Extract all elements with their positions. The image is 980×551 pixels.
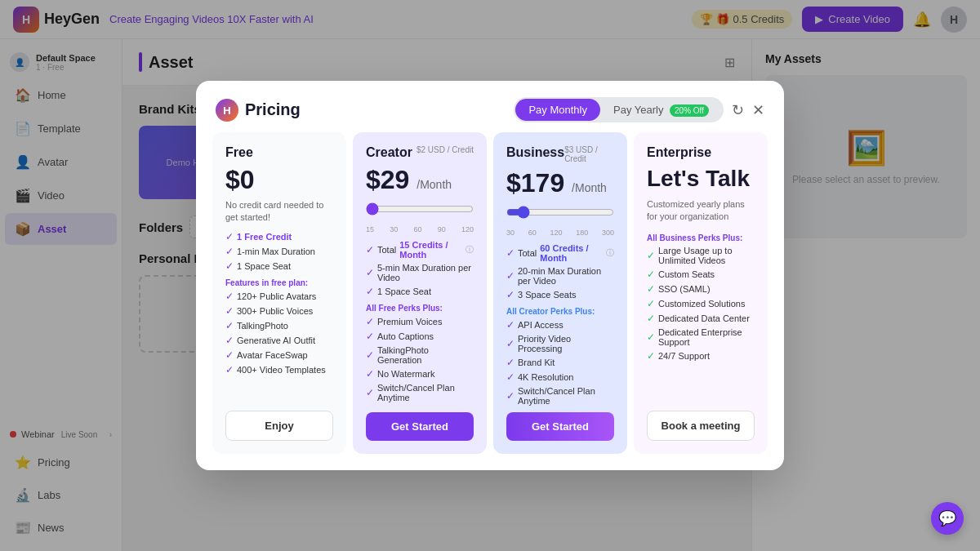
pricing-modal: H Pricing Pay Monthly Pay Yearly 20% Off… (196, 81, 784, 470)
feature-label: Premium Voices (377, 317, 442, 327)
creator-slider-labels: 15306090120 (366, 225, 474, 233)
feature-label: 4K Resolution (518, 372, 574, 382)
plan-enterprise-price: Let's Talk (647, 167, 755, 192)
plan-feature: ✓ Customized Solutions (647, 298, 755, 309)
plan-feature: ✓ API Access (506, 319, 614, 331)
creator-slider[interactable] (366, 202, 474, 216)
feature-label: 1-min Max Duration (237, 247, 315, 256)
business-get-started-button[interactable]: Get Started (506, 412, 614, 441)
plan-creator-price-note: $2 USD / Credit (416, 145, 474, 154)
plan-feature: ✓ 20-min Max Duration per Video (506, 266, 614, 286)
feature-label: 1 Free Credit (237, 232, 292, 242)
plan-feature: ✓ Total 15 Credits / Month ⓘ (366, 240, 474, 260)
modal-logo: H Pricing (216, 99, 301, 122)
plan-feature: ✓ 1 Free Credit (225, 231, 333, 242)
plan-feature: ✓ Auto Captions (366, 331, 474, 342)
plan-feature: ✓ Large Usage up to Unlimited Videos (647, 246, 755, 265)
plan-business: Business $3 USD / Credit $179 /Month 306… (493, 132, 627, 454)
plan-enterprise-features: All Business Perks Plus: ✓ Large Usage u… (647, 230, 755, 404)
plan-free-price: $0 (225, 167, 333, 193)
plan-free: Free $0 No credit card needed to get sta… (212, 132, 346, 454)
modal-title: Pricing (245, 100, 301, 119)
plan-feature: ✓ 4K Resolution (506, 371, 614, 383)
plan-enterprise: Enterprise Let's Talk Customized yearly … (634, 132, 768, 454)
feature-label: Generative AI Outfit (237, 335, 315, 345)
feature-label: Priority Video Processing (518, 334, 614, 353)
plan-feature: ✓ No Watermark (366, 368, 474, 380)
pay-yearly-button[interactable]: Pay Yearly 20% Off (600, 99, 722, 121)
feature-label: 1 Space Seat (237, 261, 291, 271)
feature-highlight: 15 Credits / Month (399, 240, 462, 260)
plan-feature: ✓ TalkingPhoto (225, 320, 333, 331)
pay-monthly-button[interactable]: Pay Monthly (515, 99, 600, 121)
perks-section-label: All Creator Perks Plus: (506, 307, 614, 316)
feature-label: Dedicated Enterprise Support (658, 327, 755, 347)
business-slider[interactable] (506, 206, 614, 219)
modal-overlay[interactable]: H Pricing Pay Monthly Pay Yearly 20% Off… (0, 0, 980, 551)
feature-label: No Watermark (377, 369, 435, 379)
chat-bubble[interactable]: 💬 (931, 502, 964, 535)
modal-body: Free $0 No credit card needed to get sta… (196, 132, 784, 470)
feature-label: Brand Kit (518, 358, 555, 367)
plan-feature: ✓ Dedicated Data Center (647, 313, 755, 324)
feature-label: 3 Space Seats (518, 290, 577, 300)
plan-feature: ✓ Custom Seats (647, 269, 755, 280)
plan-feature: ✓ 5-min Max Duration per Video (366, 263, 474, 282)
plan-creator-name: Creator (366, 145, 412, 160)
feature-label: API Access (518, 320, 564, 330)
feature-label: TalkingPhoto (237, 321, 288, 331)
refresh-button[interactable]: ↻ (732, 101, 744, 119)
plan-business-features: ✓ Total 60 Credits / Month ⓘ ✓ 20-min Ma… (506, 243, 614, 406)
plan-feature: ✓ 300+ Public Voices (225, 305, 333, 317)
feature-label: 20-min Max Duration per Video (518, 266, 614, 286)
plan-feature: ✓ SSO (SAML) (647, 283, 755, 295)
plan-creator-price: $29 /Month (366, 167, 474, 193)
feature-label: Customized Solutions (658, 299, 745, 309)
feature-label: 120+ Public Avatars (237, 291, 316, 301)
features-section-label: Features in free plan: (225, 278, 333, 287)
yearly-discount-badge: 20% Off (670, 104, 709, 117)
plan-enterprise-desc: Customized yearly plans for your organiz… (647, 198, 755, 224)
plan-free-name: Free (225, 145, 333, 160)
plan-business-price-note: $3 USD / Credit (564, 145, 614, 163)
plan-feature: ✓ Brand Kit (506, 357, 614, 368)
feature-label: 300+ Public Voices (237, 306, 313, 316)
plan-enterprise-name: Enterprise (647, 145, 755, 160)
billing-toggle: Pay Monthly Pay Yearly 20% Off (514, 97, 724, 122)
close-button[interactable]: ✕ (752, 101, 764, 119)
book-meeting-button[interactable]: Book a meeting (647, 411, 755, 441)
plan-feature: ✓ 1-min Max Duration (225, 246, 333, 257)
plan-feature: ✓ Priority Video Processing (506, 334, 614, 353)
feature-label: 5-min Max Duration per Video (377, 263, 474, 282)
plan-feature: ✓ 120+ Public Avatars (225, 291, 333, 302)
plan-business-name: Business (506, 145, 564, 160)
modal-toggle-area: Pay Monthly Pay Yearly 20% Off ↻ ✕ (514, 97, 764, 122)
pay-yearly-label: Pay Yearly (613, 104, 663, 116)
chat-icon: 💬 (938, 509, 956, 527)
plan-free-desc: No credit card needed to get started! (225, 199, 333, 224)
plan-feature: ✓ 24/7 Support (647, 350, 755, 362)
plan-feature: ✓ 1 Space Seat (225, 260, 333, 272)
plan-feature: ✓ 1 Space Seat (366, 286, 474, 297)
heygen-logo-icon: H (216, 99, 238, 122)
enjoy-button[interactable]: Enjoy (225, 411, 333, 441)
feature-label: Avatar FaceSwap (237, 350, 308, 360)
plan-creator-features: ✓ Total 15 Credits / Month ⓘ ✓ 5-min Max… (366, 240, 474, 406)
plan-feature: ✓ TalkingPhoto Generation (366, 345, 474, 365)
plan-feature: ✓ Switch/Cancel Plan Anytime (366, 383, 474, 402)
creator-get-started-button[interactable]: Get Started (366, 412, 474, 441)
feature-label: 24/7 Support (658, 351, 710, 361)
business-slider-labels: 3060120180300 (506, 229, 614, 237)
feature-label: SSO (SAML) (658, 284, 710, 294)
plan-feature: ✓ 400+ Video Templates (225, 364, 333, 375)
feature-label: 1 Space Seat (377, 287, 431, 296)
plan-feature: ✓ Avatar FaceSwap (225, 349, 333, 361)
feature-label: TalkingPhoto Generation (377, 345, 474, 365)
feature-label: Switch/Cancel Plan Anytime (377, 383, 474, 402)
plan-free-features: ✓ 1 Free Credit ✓ 1-min Max Duration ✓ 1… (225, 231, 333, 404)
plan-feature: ✓ Generative AI Outfit (225, 335, 333, 346)
modal-header: H Pricing Pay Monthly Pay Yearly 20% Off… (196, 81, 784, 132)
plan-feature: ✓ 3 Space Seats (506, 289, 614, 300)
perks-section-label: All Free Perks Plus: (366, 304, 474, 313)
feature-highlight: 60 Credits / Month (540, 243, 603, 263)
